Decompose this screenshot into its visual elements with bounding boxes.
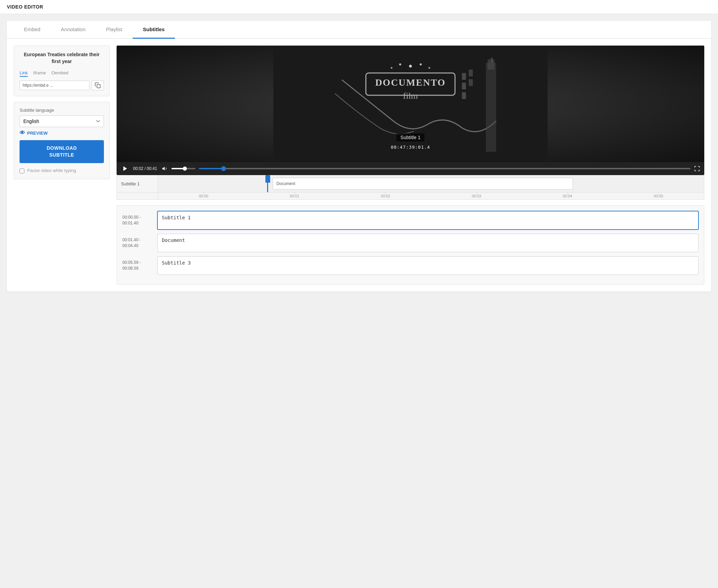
volume-icon: [162, 166, 168, 172]
pause-checkbox[interactable]: [20, 169, 24, 173]
svg-rect-15: [486, 63, 496, 152]
duration: 00:41: [147, 166, 157, 171]
subtitle-time-2: 00:01.40 - 00:04.40: [122, 234, 153, 249]
embed-url-input[interactable]: [20, 81, 89, 90]
progress-fill: [199, 168, 224, 169]
sidebar: European Treaties celebrate their first …: [14, 46, 110, 285]
subtitle-time-start-3: 00:05.59: [122, 260, 139, 265]
embed-input-row: [20, 80, 104, 90]
subtitle-timeline-block[interactable]: Document: [273, 178, 573, 189]
app-header: VIDEO EDITOR: [0, 0, 718, 14]
video-title: European Treaties celebrate their first …: [20, 51, 104, 65]
volume-bar[interactable]: [171, 168, 195, 169]
subtitle-lang-label: Subtitle language: [20, 108, 104, 113]
copy-button[interactable]: [92, 80, 104, 90]
subtitle-time-dash-1: -: [140, 215, 141, 220]
time-display: 00:02 / 00:41: [133, 166, 157, 171]
preview-link[interactable]: 👁 PREVIEW: [20, 130, 104, 136]
subtitle-entry-3: 00:05.59 - 00:08.59: [122, 256, 698, 275]
volume-handle: [183, 167, 187, 171]
subtitle-time-end-2: 00:04.40: [122, 243, 139, 248]
track-content[interactable]: Document: [158, 175, 704, 192]
subtitle-language-box: Subtitle language English French German …: [14, 102, 110, 179]
app-title: VIDEO EDITOR: [7, 4, 711, 10]
volume-container: [160, 165, 195, 172]
svg-point-2: [409, 65, 412, 68]
svg-marker-19: [163, 167, 165, 171]
svg-point-4: [420, 63, 422, 65]
subtitle-editor: 00:00.00 - 00:01.40 00:01.40 - 00:04.40: [117, 205, 704, 285]
svg-marker-18: [123, 166, 127, 171]
video-screen: DOCUMENTO film: [117, 46, 704, 162]
ruler-ticks: 00:00 00:01 00:02 00:03 00:04 00:05: [158, 193, 704, 199]
ruler-tick-4: 00:04: [522, 194, 613, 198]
preview-label: PREVIEW: [27, 131, 48, 136]
progress-handle: [221, 166, 226, 171]
play-icon: [122, 166, 128, 172]
track-label: Subtitle 1: [117, 175, 158, 192]
subtitle-time-dash-2: -: [140, 237, 141, 242]
volume-button[interactable]: [160, 165, 169, 172]
subtitle-time-1: 00:00.00 - 00:01.40: [122, 211, 153, 226]
timeline-ruler: 00:00 00:01 00:02 00:03 00:04 00:05: [117, 193, 704, 199]
fullscreen-button[interactable]: [694, 166, 700, 172]
subtitle-entry-1: 00:00.00 - 00:01.40: [122, 211, 698, 230]
ruler-tick-2: 00:02: [340, 194, 431, 198]
embed-tab-oembed[interactable]: Oembed: [51, 70, 69, 77]
pause-label: Pause video while typing: [27, 168, 76, 173]
ruler-offset: [117, 193, 158, 199]
tab-playlist[interactable]: Playlist: [96, 21, 133, 39]
subtitle-time-dash-3: -: [140, 260, 141, 265]
video-player: DOCUMENTO film: [117, 46, 704, 175]
svg-rect-10: [462, 73, 466, 80]
svg-rect-11: [462, 83, 466, 89]
main-container: Embed Annotation Playlist Subtitles Euro…: [7, 21, 711, 292]
svg-rect-14: [469, 79, 473, 86]
video-controls: 00:02 / 00:41: [117, 162, 704, 175]
svg-point-6: [429, 67, 430, 69]
download-btn-label: DOWNLOADSUBTITLE: [47, 145, 77, 158]
embed-tabs: Link Iframe Oembed: [20, 70, 104, 77]
svg-text:film: film: [403, 91, 418, 101]
tab-subtitles[interactable]: Subtitles: [133, 21, 175, 39]
svg-rect-0: [97, 85, 100, 88]
timecode-overlay: 00:47:39:01.4: [391, 145, 430, 150]
subtitle-time-start-2: 00:01.40: [122, 237, 139, 242]
download-subtitle-button[interactable]: DOWNLOADSUBTITLE: [20, 140, 104, 163]
subtitle-time-end-3: 00:08.59: [122, 266, 139, 271]
subtitle-text-1[interactable]: [157, 211, 698, 230]
play-button[interactable]: [121, 165, 130, 172]
current-time: 00:02: [133, 166, 143, 171]
svg-point-5: [391, 67, 393, 69]
language-select[interactable]: English French German Spanish: [20, 115, 104, 127]
ruler-tick-3: 00:03: [431, 194, 522, 198]
svg-rect-13: [469, 70, 473, 76]
fullscreen-icon: [694, 166, 700, 172]
svg-rect-17: [491, 58, 493, 63]
timeline-area: Subtitle 1 Document 00:00 00:01: [117, 175, 704, 200]
pause-checkbox-row: Pause video while typing: [20, 168, 104, 173]
timeline-tracks: Subtitle 1 Document: [117, 175, 704, 193]
ruler-tick-5: 00:05: [613, 194, 704, 198]
subtitle-time-end-1: 00:01.40: [122, 221, 139, 225]
eye-icon: 👁: [20, 130, 25, 136]
embed-tab-iframe[interactable]: Iframe: [33, 70, 46, 77]
tab-embed[interactable]: Embed: [14, 21, 51, 39]
subtitle-text-2[interactable]: [157, 234, 698, 252]
subtitle-overlay: Subtitle 1: [396, 133, 424, 142]
svg-rect-12: [462, 92, 466, 99]
copy-icon: [95, 82, 101, 88]
tabs-bar: Embed Annotation Playlist Subtitles: [7, 21, 711, 39]
subtitle-block-label: Document: [276, 181, 295, 186]
content-area: European Treaties celebrate their first …: [7, 39, 711, 292]
subtitle-text-3[interactable]: [157, 256, 698, 275]
embed-tab-link[interactable]: Link: [20, 70, 28, 77]
main-right: DOCUMENTO film: [117, 46, 704, 285]
progress-bar[interactable]: [199, 168, 691, 169]
subtitle-entry-2: 00:01.40 - 00:04.40: [122, 234, 698, 252]
timeline-playhead[interactable]: [267, 175, 268, 192]
ruler-tick-1: 00:01: [249, 194, 340, 198]
embed-box: European Treaties celebrate their first …: [14, 46, 110, 96]
tab-annotation[interactable]: Annotation: [51, 21, 96, 39]
svg-text:DOCUMENTO: DOCUMENTO: [375, 77, 446, 88]
